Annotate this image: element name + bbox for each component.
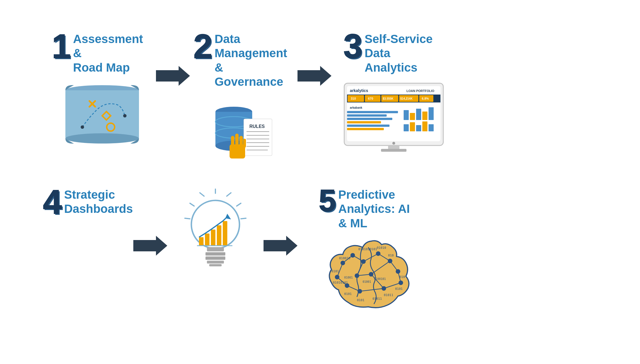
svg-text:0101: 0101 — [331, 269, 339, 273]
svg-rect-86 — [207, 261, 224, 264]
step4-label: Strategic Dashboards — [64, 185, 133, 216]
svg-rect-61 — [429, 124, 434, 131]
step3-section: 3 Self-Service Data Analytics arkalytics… — [334, 29, 453, 154]
svg-line-68 — [200, 193, 204, 196]
svg-marker-28 — [297, 66, 331, 86]
arrow4 — [255, 185, 306, 256]
svg-rect-74 — [199, 237, 204, 246]
svg-text:010010: 010010 — [339, 256, 350, 260]
row2: 4 Strategic Dashboards — [34, 185, 606, 341]
svg-text:01010: 01010 — [377, 246, 386, 250]
step5-header: 5 Predictive Analytics: AI & ML — [319, 185, 418, 230]
svg-text:arkabank: arkabank — [350, 106, 362, 109]
svg-rect-50 — [347, 125, 389, 127]
svg-marker-9 — [156, 66, 190, 86]
step1-label: Assessment & Road Map — [73, 29, 152, 75]
arrow2-svg — [297, 66, 331, 86]
svg-text:010: 010 — [388, 254, 394, 257]
arrow4-svg — [264, 236, 297, 256]
brain-illustration: 010010 0101 01010101 0101 0101 01011 010… — [314, 233, 422, 312]
svg-marker-88 — [264, 236, 297, 256]
step4-number: 4 — [43, 185, 62, 219]
svg-rect-57 — [404, 124, 409, 131]
svg-rect-76 — [211, 230, 215, 246]
svg-point-8 — [123, 114, 127, 117]
svg-rect-55 — [422, 112, 427, 120]
svg-point-2 — [65, 133, 139, 144]
arrow2 — [295, 29, 334, 86]
bulb-illustration — [176, 185, 255, 275]
svg-point-64 — [392, 142, 395, 145]
svg-text:01011: 01011 — [384, 293, 393, 297]
map-illustration — [57, 80, 147, 151]
step3-header: 3 Self-Service Data Analytics — [343, 29, 444, 75]
main-container: 1 Assessment & Road Map — [23, 12, 617, 352]
svg-text:01001: 01001 — [344, 276, 353, 279]
step2-label: Data Management & Governance — [215, 29, 294, 89]
svg-rect-87 — [209, 264, 222, 266]
svg-text:arkalytics: arkalytics — [350, 88, 368, 93]
step2-section: 2 Data Management & Governance RULES — [193, 29, 295, 166]
step5-label: Predictive Analytics: AI & ML — [338, 185, 418, 230]
monitor-svg: arkalytics LOAN PORTFOLIO 310 670 $3.555… — [341, 80, 446, 154]
svg-line-72 — [241, 218, 246, 219]
svg-point-7 — [81, 125, 84, 129]
svg-rect-26 — [239, 136, 243, 147]
svg-rect-60 — [422, 121, 427, 131]
row1: 1 Assessment & Road Map — [34, 23, 606, 179]
svg-rect-56 — [429, 107, 434, 120]
svg-rect-24 — [231, 136, 234, 147]
svg-text:0101: 0101 — [395, 287, 403, 291]
step2-header: 2 Data Management & Governance — [193, 29, 294, 89]
step1-header: 1 Assessment & Road Map — [52, 29, 152, 75]
svg-marker-65 — [133, 236, 167, 256]
arrow1-svg — [156, 66, 190, 86]
svg-text:01001: 01001 — [363, 280, 371, 283]
svg-text:6.8%: 6.8% — [422, 97, 429, 100]
step1-section: 1 Assessment & Road Map — [51, 29, 153, 151]
svg-rect-63 — [381, 149, 406, 152]
svg-line-71 — [185, 218, 190, 219]
svg-line-69 — [190, 203, 194, 206]
map-svg — [60, 82, 145, 150]
svg-text:0100101: 0100101 — [374, 277, 386, 281]
step1-number: 1 — [52, 29, 71, 63]
svg-rect-75 — [205, 234, 209, 246]
svg-text:01011: 01011 — [373, 297, 382, 301]
svg-text:310: 310 — [351, 97, 356, 100]
svg-text:0101: 0101 — [344, 292, 352, 296]
svg-text:$3.555K: $3.555K — [383, 97, 394, 100]
step2-number: 2 — [193, 29, 212, 63]
svg-rect-48 — [347, 118, 392, 120]
step4-header: 4 Strategic Dashboards — [43, 185, 133, 219]
svg-rect-59 — [416, 125, 421, 131]
db-rules-svg: RULES — [203, 96, 285, 164]
svg-rect-81 — [207, 247, 224, 251]
brain-svg: 010010 0101 01010101 0101 0101 01011 010… — [316, 233, 421, 312]
svg-text:670: 670 — [368, 97, 373, 100]
arrow3 — [125, 185, 176, 256]
svg-rect-58 — [410, 122, 415, 131]
svg-rect-53 — [410, 113, 415, 120]
svg-rect-78 — [223, 221, 227, 246]
svg-text:$14,214K: $14,214K — [400, 97, 413, 100]
svg-text:LOAN PORTFOLIO: LOAN PORTFOLIO — [406, 89, 434, 93]
svg-text:0101010101: 0101010101 — [358, 247, 377, 251]
svg-rect-54 — [416, 109, 421, 120]
svg-rect-25 — [235, 134, 239, 145]
svg-rect-46 — [347, 111, 398, 113]
svg-text:RULES: RULES — [249, 124, 265, 129]
svg-rect-47 — [347, 114, 387, 117]
svg-rect-52 — [404, 110, 409, 120]
svg-text:0101: 0101 — [357, 298, 365, 302]
svg-rect-27 — [243, 139, 246, 148]
step5-section: 5 Predictive Analytics: AI & ML — [306, 185, 425, 312]
svg-rect-51 — [347, 128, 384, 130]
step3-number: 3 — [343, 29, 362, 63]
step4-section: 4 Strategic Dashboards — [51, 185, 125, 224]
step3-label: Self-Service Data Analytics — [365, 29, 444, 75]
db-rules-illustration: RULES — [198, 95, 289, 166]
svg-line-67 — [227, 193, 231, 196]
svg-rect-1 — [65, 90, 139, 138]
monitor-illustration: arkalytics LOAN PORTFOLIO 310 670 $3.555… — [340, 80, 448, 154]
